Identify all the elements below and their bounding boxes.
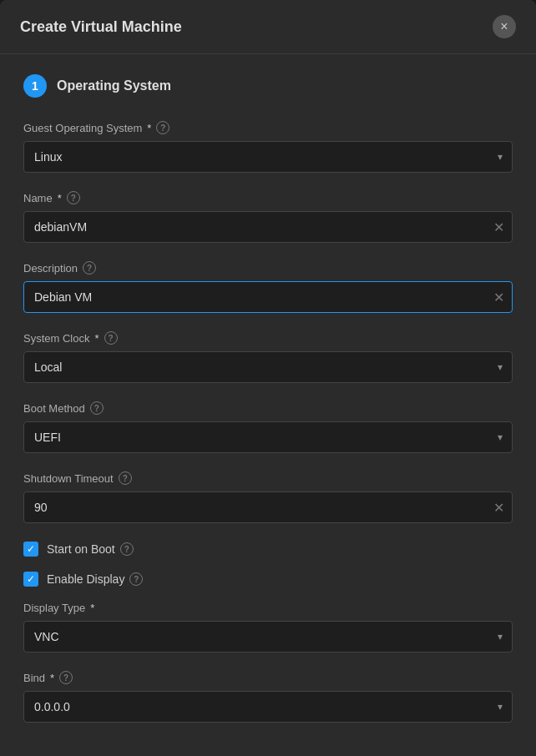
description-group: Description ? ✕ [23,261,513,313]
section-title: Operating System [57,78,171,93]
description-clear-button[interactable]: ✕ [493,290,504,305]
system-clock-group: System Clock * ? Local UTC ▾ [23,331,513,383]
display-type-select-wrapper: VNC SPICE ▾ [23,621,513,653]
boot-method-select-wrapper: UEFI BIOS ▾ [23,421,513,453]
start-on-boot-help-icon[interactable]: ? [120,542,134,556]
boot-method-group: Boot Method ? UEFI BIOS ▾ [23,401,513,453]
display-type-group: Display Type * VNC SPICE ▾ [23,602,513,653]
enable-display-checkmark-icon: ✓ [27,574,35,584]
guest-os-label: Guest Operating System * ? [23,121,513,134]
description-input-wrapper: ✕ [23,281,513,313]
boot-method-label: Boot Method ? [23,401,513,415]
name-input-wrapper: ✕ [23,211,513,243]
shutdown-timeout-input-wrapper: ✕ [23,491,513,523]
bind-group: Bind * ? 0.0.0.0 127.0.0.1 ▾ [23,671,513,723]
section-header: 1 Operating System [23,74,513,98]
description-label: Description ? [23,261,513,275]
system-clock-select[interactable]: Local UTC [23,351,513,383]
create-vm-modal: Create Virtual Machine × 1 Operating Sys… [0,0,536,756]
start-on-boot-group: ✓ Start on Boot ? [23,542,513,557]
system-clock-help-icon[interactable]: ? [104,331,118,345]
boot-method-help-icon[interactable]: ? [90,401,104,415]
shutdown-timeout-group: Shutdown Timeout ? ✕ [23,471,513,523]
guest-os-select[interactable]: Linux Windows BSD Other [23,141,513,173]
description-help-icon[interactable]: ? [83,261,96,275]
name-clear-button[interactable]: ✕ [493,219,504,235]
bind-select-wrapper: 0.0.0.0 127.0.0.1 ▾ [23,691,513,723]
bind-select[interactable]: 0.0.0.0 127.0.0.1 [23,691,513,723]
guest-os-select-wrapper: Linux Windows BSD Other ▾ [23,141,513,173]
shutdown-timeout-input[interactable] [23,491,513,523]
name-group: Name * ? ✕ [23,191,513,243]
guest-os-help-icon[interactable]: ? [156,121,169,134]
start-on-boot-label: Start on Boot ? [47,542,134,556]
enable-display-group: ✓ Enable Display ? [23,572,513,587]
step-badge: 1 [23,74,47,98]
enable-display-label: Enable Display ? [47,572,143,586]
name-input[interactable] [23,211,513,243]
shutdown-timeout-label: Shutdown Timeout ? [23,471,513,485]
modal-title: Create Virtual Machine [20,18,182,36]
guest-os-group: Guest Operating System * ? Linux Windows… [23,121,513,173]
start-on-boot-checkbox[interactable]: ✓ [23,542,38,557]
modal-body: 1 Operating System Guest Operating Syste… [0,54,536,756]
display-type-select[interactable]: VNC SPICE [23,621,513,653]
boot-method-select[interactable]: UEFI BIOS [23,421,513,453]
enable-display-checkbox[interactable]: ✓ [23,572,38,587]
enable-display-help-icon[interactable]: ? [129,572,143,586]
bind-help-icon[interactable]: ? [59,671,73,684]
name-label: Name * ? [23,191,513,204]
system-clock-select-wrapper: Local UTC ▾ [23,351,513,383]
shutdown-timeout-clear-button[interactable]: ✕ [493,500,504,516]
modal-header: Create Virtual Machine × [0,0,536,54]
close-button[interactable]: × [493,15,516,38]
system-clock-label: System Clock * ? [23,331,513,345]
name-help-icon[interactable]: ? [67,191,80,204]
start-on-boot-checkmark-icon: ✓ [27,544,35,554]
shutdown-timeout-help-icon[interactable]: ? [119,471,132,485]
display-type-label: Display Type * [23,602,513,614]
description-input[interactable] [23,281,513,313]
bind-label: Bind * ? [23,671,513,684]
